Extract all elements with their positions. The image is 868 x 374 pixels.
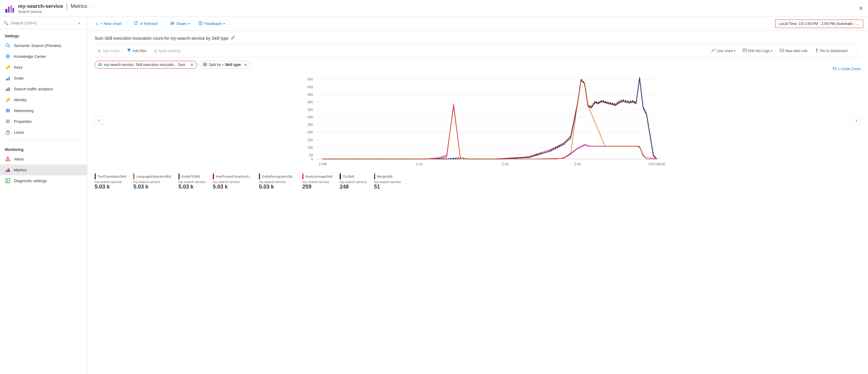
sidebar: 🔍 « Settings Semantic Search (Preview) [0,17,87,374]
drill-logs-chevron-icon: ▾ [771,49,772,53]
new-alert-rule-label: New alert rule [785,49,807,53]
sidebar-item-properties[interactable]: Properties [0,116,87,127]
drill-logs-label: Drill into Logs [748,49,770,53]
legend-service-entity-recognition: my-search-service [259,180,286,184]
metric-pill[interactable]: my-search-service, Skill execution invoc… [95,61,197,69]
svg-rect-1 [8,7,10,13]
sidebar-item-identity[interactable]: 🔑 Identity [0,94,87,105]
apply-splitting-button[interactable]: ⊞ Apply splitting [151,47,184,54]
sidebar-item-scale-label: Scale [14,76,24,80]
legend-label-ocr-skill: OcrSkill [343,175,354,178]
chart-title-edit-icon[interactable] [231,36,235,41]
legend-value-entity-recognition: 5.03 k [259,184,274,190]
svg-rect-2 [10,5,12,13]
sidebar-item-knowledge-center[interactable]: Knowledge Center [0,51,87,62]
legend-item-analyze-image: AnalyzeImageSkill my-search-service 259 [302,173,333,190]
settings-section-label: Settings [0,29,87,40]
svg-marker-35 [127,49,131,52]
ellipsis-menu[interactable]: ··· [90,4,96,9]
add-filter-button[interactable]: Add filter [124,47,150,55]
split-pill-label: Split by = Skill type [209,63,241,67]
line-chart-icon [711,48,715,53]
line-chart-label: Line chart [717,49,733,53]
chart-nav-right[interactable]: › [852,116,861,125]
networking-icon [5,107,11,113]
service-subtitle: Search service [18,10,96,14]
add-metric-icon: ⊕ [98,48,101,53]
sidebar-item-keys-label: Keys [14,65,23,70]
pin-dashboard-label: Pin to dashboard [820,49,847,53]
close-button[interactable]: ✕ [859,5,863,12]
split-pill[interactable]: Split by = Skill type ✕ [199,61,251,69]
scale-icon [5,75,11,81]
properties-icon [5,118,11,124]
sidebar-item-semantic-search-label: Semantic Search (Preview) [14,43,61,48]
sidebar-item-locks[interactable]: Locks [0,127,87,138]
keys-icon: 🔑 [5,64,11,70]
diagnostic-icon [5,178,11,184]
new-alert-rule-icon [780,48,784,53]
add-filter-icon [127,48,131,53]
legend-service-merge-skill: my-search-service [374,180,401,184]
legend-color-analyze-image [302,173,304,179]
header-left: my-search-service | Metrics ··· Search s… [5,3,96,14]
sidebar-item-networking[interactable]: Networking [0,105,87,116]
apply-splitting-label: Apply splitting [158,49,181,53]
svg-rect-14 [9,87,10,91]
apply-splitting-icon: ⊞ [154,49,157,53]
more-options-button[interactable]: ··· [852,47,861,54]
svg-rect-49 [203,65,205,66]
sidebar-item-semantic-search[interactable]: Semantic Search (Preview) [0,40,87,51]
sidebar-collapse-button[interactable]: « [75,19,84,27]
legend-label-analyze-image: AnalyzeImageSkill [305,175,333,178]
share-icon [170,21,175,26]
sidebar-item-alerts[interactable]: Alerts [0,154,87,164]
svg-rect-28 [9,170,10,172]
sidebar-item-metrics[interactable]: Metrics [0,164,87,175]
sidebar-item-scale[interactable]: Scale [0,73,87,83]
chart-toolbar: ⊕ Add metric Add filter ⊞ Apply splittin… [95,44,861,57]
split-pill-close[interactable]: ✕ [244,62,247,67]
sidebar-item-search-traffic-label: Search traffic analytics [14,87,53,91]
line-chart-button[interactable]: Line chart ▾ [708,47,738,55]
svg-point-8 [7,56,8,57]
new-alert-rule-button[interactable]: New alert rule [777,47,810,55]
metrics-icon [5,167,11,173]
sidebar-item-search-traffic[interactable]: Search traffic analytics [0,83,87,94]
undo-zoom-label: ↩ Undo Zoom [838,67,861,71]
metric-pill-close[interactable]: ✕ [190,62,194,67]
more-options-label: ··· [855,49,858,53]
toolbar-sep-1 [127,21,128,27]
svg-rect-27 [8,168,9,172]
sidebar-item-diagnostic[interactable]: Diagnostic settings [0,175,87,186]
new-chart-button[interactable]: + + New chart [92,19,125,28]
search-traffic-icon [5,86,11,92]
svg-rect-50 [205,65,207,66]
legend-service-analyze-image: my-search-service [302,180,330,184]
new-chart-icon: + [96,21,98,26]
svg-text:2 PM: 2 PM [318,162,327,166]
svg-rect-9 [6,79,7,80]
refresh-button[interactable]: ↺ Refresh [130,19,161,28]
sidebar-item-keys[interactable]: 🔑 Keys [0,62,87,73]
legend-value-text-translation: 5.03 k [95,184,110,190]
share-label: Share [176,22,187,26]
svg-text:100: 100 [307,146,313,149]
time-range-button[interactable]: Local Time: 1/3 1:59 PM - 2:59 PM (Autom… [775,20,863,28]
legend-value-entity-pii: 5.03 k [179,184,193,190]
sidebar-search-input[interactable] [11,21,75,25]
undo-zoom-button[interactable]: ↩ Undo Zoom [832,67,861,71]
drill-logs-button[interactable]: Drill into Logs ▾ [740,47,776,55]
sidebar-item-metrics-label: Metrics [14,168,27,172]
identity-icon: 🔑 [5,97,11,103]
pin-dashboard-button[interactable]: Pin to dashboard [812,47,850,55]
legend-color-key-phrase [213,173,214,179]
time-range-label: Local Time: 1/3 1:59 PM - 2:59 PM (Autom… [779,22,859,26]
svg-rect-25 [6,170,7,172]
share-button[interactable]: Share ▾ [167,19,194,28]
title-separator: | [66,3,67,10]
add-metric-button[interactable]: ⊕ Add metric [95,47,123,55]
chart-legend: TextTranslationSkill my-search-service 5… [95,171,861,193]
feedback-button[interactable]: Feedback ▾ [195,19,228,28]
chart-nav-left[interactable]: ‹ [95,116,103,125]
